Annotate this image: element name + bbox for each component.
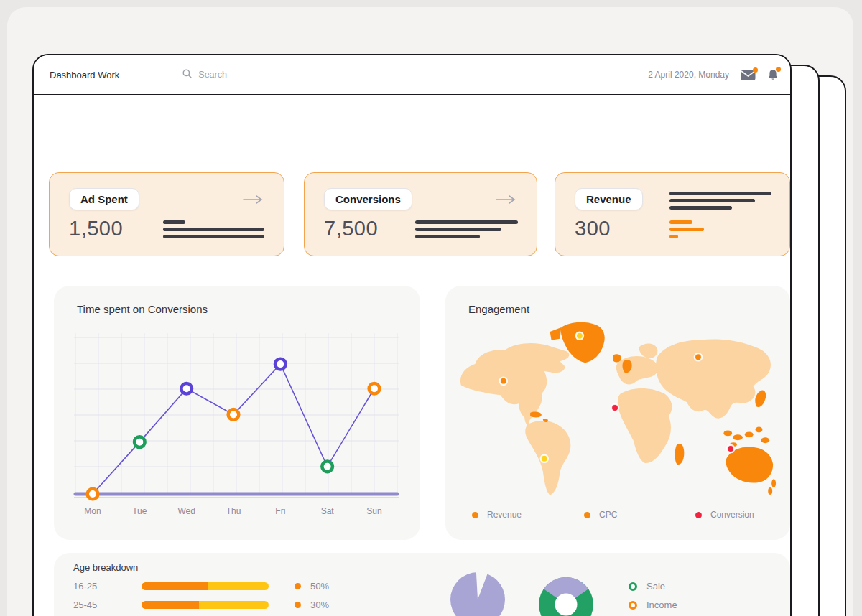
legend-ring (629, 582, 637, 591)
page-title: Dashboard Work (50, 70, 119, 80)
search-icon (182, 68, 192, 81)
age-bar-fill (142, 601, 199, 609)
stat-label-pill: Ad Spent (69, 188, 139, 210)
percent-value: 50% (310, 581, 329, 592)
arrow-right-icon[interactable] (242, 195, 264, 207)
legend-item-cpc: CPC (584, 510, 617, 520)
skeleton-line (415, 228, 501, 231)
age-bar-fill (142, 582, 208, 590)
arrow-right-icon[interactable] (495, 195, 516, 207)
skeleton-line (415, 235, 480, 238)
legend-item-sale: Sale (629, 581, 665, 592)
stat-label-pill: Conversions (324, 188, 412, 210)
skeleton-line (163, 228, 264, 231)
stat-label-pill: Revenue (575, 188, 643, 210)
legend-ring (629, 601, 637, 610)
legend-label: Revenue (487, 510, 522, 520)
skeleton-line (669, 192, 771, 195)
age-range-label: 16-25 (73, 581, 142, 592)
skeleton-line (669, 199, 755, 202)
svg-text:Sun: Sun (366, 506, 381, 516)
stat-card-revenue[interactable]: Revenue 300 (555, 172, 790, 256)
age-range-label: 25-45 (73, 599, 142, 610)
svg-text:Thu: Thu (226, 506, 241, 516)
skeleton-line (669, 220, 692, 224)
notification-bell-icon[interactable] (767, 69, 779, 81)
skeleton-line (163, 235, 264, 238)
skeleton-line (669, 235, 678, 238)
svg-text:Sat: Sat (321, 506, 335, 516)
age-bar (142, 582, 269, 590)
skeleton-line (163, 220, 185, 224)
mail-icon[interactable] (741, 70, 756, 80)
engagement-map-card: Engagement Revenue CPC Conversion (445, 286, 790, 540)
legend-dot (695, 512, 702, 518)
stat-card-conversions[interactable]: Conversions 7,500 (304, 172, 537, 256)
age-breakdown-card: Age breakdown 16-25 50% 25-45 30% Sale I… (54, 553, 790, 616)
stat-cards-row: Ad Spent 1,500 Conversions 7,500 Revenue… (49, 172, 790, 256)
legend-item-conversion: Conversion (695, 510, 754, 520)
stat-value: 300 (575, 217, 611, 241)
stat-value: 7,500 (324, 217, 378, 241)
dashboard-window: Dashboard Work 2 April 2020, Monday Ad S… (32, 54, 792, 616)
skeleton-line (415, 220, 518, 224)
percent-dot (295, 602, 301, 608)
legend-label: Sale (646, 581, 665, 592)
donut-chart[interactable] (537, 576, 595, 616)
percent-dot (295, 583, 301, 589)
world-map[interactable] (454, 319, 779, 498)
legend-dot (584, 512, 590, 518)
map-title: Engagement (468, 303, 529, 315)
age-title: Age breakdown (73, 562, 138, 573)
age-row-16-25: 16-25 50% (73, 580, 329, 592)
stat-card-ad-spent[interactable]: Ad Spent 1,500 (49, 172, 284, 256)
search-box[interactable] (182, 68, 363, 81)
legend-item-revenue: Revenue (472, 510, 522, 520)
stat-value: 1,500 (69, 217, 123, 241)
pie-chart[interactable] (449, 571, 506, 616)
legend-dot (472, 512, 478, 518)
skeleton-line (669, 206, 732, 210)
date-text: 2 April 2020, Monday (648, 70, 729, 80)
search-input[interactable] (198, 70, 363, 80)
percent-value: 30% (310, 599, 329, 610)
svg-text:Wed: Wed (177, 506, 195, 516)
legend-label: Conversion (710, 510, 754, 520)
svg-text:Fri: Fri (275, 506, 285, 516)
age-row-25-45: 25-45 30% (73, 599, 329, 610)
topbar: Dashboard Work 2 April 2020, Monday (34, 55, 790, 95)
legend-item-income: Income (629, 599, 677, 610)
skeleton-line (669, 228, 704, 231)
age-bar (142, 601, 269, 609)
svg-text:Tue: Tue (132, 506, 147, 516)
legend-label: CPC (599, 510, 617, 520)
topbar-right: 2 April 2020, Monday (648, 69, 779, 81)
line-chart[interactable]: MonTueWedThuFriSatSun (54, 286, 420, 540)
legend-label: Income (646, 599, 677, 610)
time-spent-chart-card: Time spent on Conversions MonTueWedThuFr… (54, 286, 420, 540)
svg-text:Mon: Mon (84, 506, 101, 516)
